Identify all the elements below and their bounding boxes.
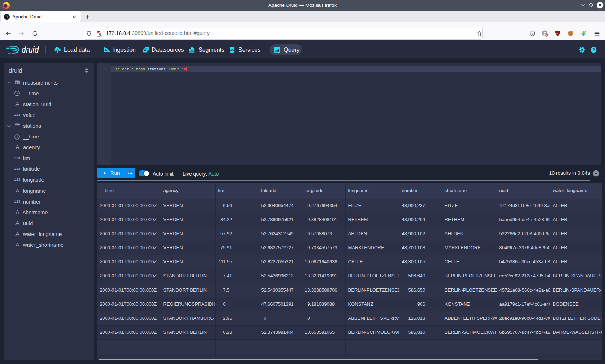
svg-text:UO: UO [556, 32, 559, 35]
svg-text:?: ? [592, 47, 595, 52]
